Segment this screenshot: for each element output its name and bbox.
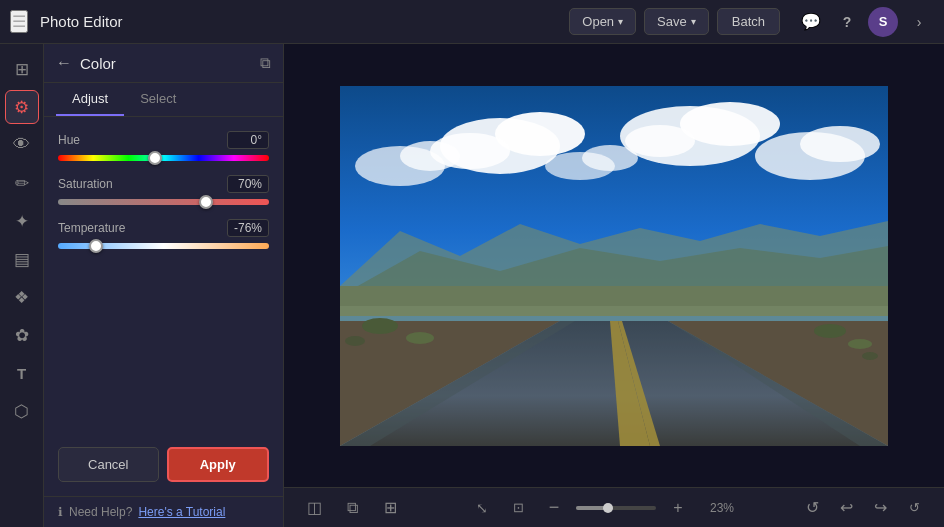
expand-icon[interactable]: ⤡	[468, 494, 496, 522]
back-button[interactable]: ←	[56, 54, 72, 72]
app-title: Photo Editor	[40, 13, 123, 30]
svg-point-5	[680, 102, 780, 146]
sidebar: ⊞ ⚙ 👁 ✏ ✦ ▤ ❖ ✿ T ⬡	[0, 44, 44, 527]
panel-title: Color	[80, 55, 252, 72]
hue-value: 0°	[227, 131, 269, 149]
zoom-out-icon[interactable]: −	[540, 494, 568, 522]
temperature-slider[interactable]	[58, 243, 269, 249]
hue-control: Hue 0°	[58, 131, 269, 161]
layers-icon[interactable]: ⊞	[5, 52, 39, 86]
effects-icon[interactable]: ✿	[5, 318, 39, 352]
panel-help: ℹ Need Help? Here's a Tutorial	[44, 496, 283, 527]
zoom-bar[interactable]	[576, 506, 656, 510]
svg-point-12	[582, 145, 638, 171]
zoom-in-icon[interactable]: +	[664, 494, 692, 522]
redo-icon[interactable]: ↪	[866, 494, 894, 522]
saturation-value: 70%	[227, 175, 269, 193]
temperature-control: Temperature -76%	[58, 219, 269, 249]
watermark-icon[interactable]: ⬡	[5, 394, 39, 428]
zoom-handle[interactable]	[603, 503, 613, 513]
batch-button[interactable]: Batch	[717, 8, 780, 35]
avatar[interactable]: S	[868, 7, 898, 37]
history-icon[interactable]: ↺	[798, 494, 826, 522]
text-icon[interactable]: T	[5, 356, 39, 390]
hue-label: Hue	[58, 133, 80, 147]
svg-point-28	[848, 339, 872, 349]
topbar-icons: 💬 ? S ›	[796, 7, 934, 37]
compare-icon[interactable]: ⧉	[338, 494, 366, 522]
menu-icon[interactable]: ☰	[10, 10, 28, 33]
cancel-button[interactable]: Cancel	[58, 447, 159, 482]
hue-label-row: Hue 0°	[58, 131, 269, 149]
svg-point-10	[400, 141, 460, 171]
topbar: ☰ Photo Editor Open ▾ Save ▾ Batch 💬 ? S…	[0, 0, 944, 44]
zoom-percent: 23%	[700, 501, 734, 515]
tab-adjust[interactable]: Adjust	[56, 83, 124, 116]
expand-topbar-icon[interactable]: ›	[904, 7, 934, 37]
help-icon[interactable]: ?	[832, 7, 862, 37]
reset-icon[interactable]: ↺	[900, 494, 928, 522]
undo-icon[interactable]: ↩	[832, 494, 860, 522]
saturation-slider[interactable]	[58, 199, 269, 205]
svg-point-30	[862, 352, 878, 360]
brush-icon[interactable]: ✏	[5, 166, 39, 200]
saturation-thumb[interactable]	[199, 195, 213, 209]
save-button[interactable]: Save ▾	[644, 8, 709, 35]
text-overlays-icon[interactable]: ▤	[5, 242, 39, 276]
panel-buttons: Cancel Apply	[44, 447, 283, 496]
temperature-label: Temperature	[58, 221, 125, 235]
hue-slider[interactable]	[58, 155, 269, 161]
tutorial-link[interactable]: Here's a Tutorial	[138, 505, 225, 519]
svg-point-26	[406, 332, 434, 344]
svg-point-8	[800, 126, 880, 162]
panel-tabs: Adjust Select	[44, 83, 283, 117]
saturation-label-row: Saturation 70%	[58, 175, 269, 193]
chat-icon[interactable]: 💬	[796, 7, 826, 37]
svg-point-25	[362, 318, 398, 334]
shapes-icon[interactable]: ❖	[5, 280, 39, 314]
bottom-left-tools: ◫ ⧉ ⊞	[300, 494, 404, 522]
temperature-thumb[interactable]	[89, 239, 103, 253]
bottom-toolbar: ◫ ⧉ ⊞ ⤡ ⊡ − + 23% ↺ ↩ ↪ ↺	[284, 487, 944, 527]
info-icon: ℹ	[58, 505, 63, 519]
grid-icon[interactable]: ⊞	[376, 494, 404, 522]
photo-container	[284, 44, 944, 487]
svg-point-6	[625, 125, 695, 157]
copy-button[interactable]: ⧉	[260, 54, 271, 72]
color-panel: ← Color ⧉ Adjust Select Hue 0°	[44, 44, 284, 527]
panel-controls: Hue 0° Saturation 70%	[44, 117, 283, 447]
apply-button[interactable]: Apply	[167, 447, 270, 482]
help-text: Need Help?	[69, 505, 132, 519]
saturation-control: Saturation 70%	[58, 175, 269, 205]
canvas-area: ◫ ⧉ ⊞ ⤡ ⊡ − + 23% ↺ ↩ ↪ ↺	[284, 44, 944, 527]
crop-icon[interactable]: ⊡	[504, 494, 532, 522]
svg-point-27	[814, 324, 846, 338]
hue-thumb[interactable]	[148, 151, 162, 165]
adjust-icon[interactable]: ⚙	[5, 90, 39, 124]
wand-icon[interactable]: ✦	[5, 204, 39, 238]
photo-canvas	[340, 86, 888, 446]
panel-header: ← Color ⧉	[44, 44, 283, 83]
bottom-right-tools: ↺ ↩ ↪ ↺	[798, 494, 928, 522]
open-button[interactable]: Open ▾	[569, 8, 636, 35]
temperature-label-row: Temperature -76%	[58, 219, 269, 237]
svg-point-29	[345, 336, 365, 346]
layers-bottom-icon[interactable]: ◫	[300, 494, 328, 522]
eye-icon[interactable]: 👁	[5, 128, 39, 162]
zoom-controls: ⤡ ⊡ − + 23%	[468, 494, 734, 522]
saturation-label: Saturation	[58, 177, 113, 191]
tab-select[interactable]: Select	[124, 83, 192, 116]
svg-rect-16	[340, 306, 888, 321]
temperature-value: -76%	[227, 219, 269, 237]
main-body: ⊞ ⚙ 👁 ✏ ✦ ▤ ❖ ✿ T ⬡ ← Color ⧉ Adjust Sel…	[0, 44, 944, 527]
